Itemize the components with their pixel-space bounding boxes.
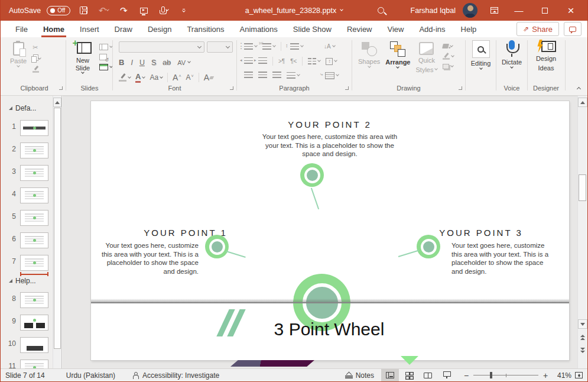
autosave-toggle[interactable]: Off [47,6,70,15]
dictate-button[interactable]: Dictate [498,37,526,68]
tab-animations[interactable]: Animations [232,21,285,37]
section-header-default[interactable]: Defa... [9,104,36,112]
italic-button[interactable]: I [131,59,132,67]
bullets-button[interactable] [244,43,257,50]
point-3-body[interactable]: Your text goes here, customize this area… [451,241,555,276]
language-indicator[interactable]: Urdu (Pakistan) [66,371,115,380]
convert-smartart-button[interactable] [325,72,339,79]
new-slide-button[interactable]: + New Slide [70,39,95,73]
wheel-bottom-green-segment[interactable] [401,356,418,365]
previous-slide-button[interactable] [578,332,587,342]
increase-indent-button[interactable] [258,57,267,65]
thumbnail-scroll-up-button[interactable] [53,98,61,107]
wheel-bottom-purple-segment[interactable] [230,360,314,367]
zoom-slider[interactable] [473,371,538,380]
zoom-in-button[interactable]: + [541,371,550,380]
quick-styles-button[interactable]: Quick Styles [416,40,438,73]
maximize-button[interactable] [532,0,558,21]
rtl-button[interactable]: ¶< [290,58,297,64]
ribbon-display-options-button[interactable] [487,4,501,17]
bold-button[interactable]: B [119,58,124,67]
vertical-scrollbar[interactable] [577,96,587,368]
font-size-combobox[interactable] [207,41,233,53]
strikethrough-button[interactable]: ab [163,59,171,67]
clipboard-dialog-launcher[interactable] [59,86,63,90]
tab-slide-show[interactable]: Slide Show [285,21,339,37]
slide-indicator[interactable]: Slide 7 of 14 [5,371,45,380]
point-2-title[interactable]: YOUR POINT 2 [241,119,418,130]
numbering-button[interactable] [262,43,275,50]
arrange-button[interactable]: Arrange [385,40,410,73]
shapes-button[interactable]: Shapes [358,40,380,73]
user-avatar[interactable] [463,3,477,18]
slide-sorter-view-button[interactable] [400,369,418,382]
slide-editing-surface[interactable]: YOUR POINT 2 Your text goes here, custom… [91,101,569,360]
redo-button[interactable]: ↷ [116,4,131,17]
reset-slide-button[interactable] [99,54,112,60]
slide-thumbnail-7[interactable] [20,255,48,271]
slide-thumbnail-9[interactable] [20,315,48,331]
section-header-help[interactable]: Help... [9,277,36,285]
scroll-up-button[interactable] [578,98,587,107]
next-slide-button[interactable] [578,345,587,355]
text-direction-button[interactable]: ↓A [324,43,335,50]
tab-review[interactable]: Review [339,21,380,37]
user-name[interactable]: Farshad Iqbal [411,7,456,15]
comments-button[interactable] [564,22,581,36]
zoom-out-button[interactable]: − [462,371,471,380]
tab-draw[interactable]: Draw [107,21,140,37]
thumbnail-panel-scrollbar[interactable] [53,96,62,368]
slideshow-view-button[interactable] [438,369,456,382]
shape-effects-button[interactable] [443,64,454,69]
slide-title-text[interactable]: 3 Point Wheel [265,319,393,339]
tab-view[interactable]: View [380,21,412,37]
thumbnail-scrollbar-thumb[interactable] [54,108,61,349]
collapse-ribbon-button[interactable] [577,85,580,92]
align-text-button[interactable]: ↕ [326,58,337,65]
slide-thumbnail-2[interactable] [20,143,48,158]
accessibility-checker[interactable]: Accessibility: Investigate [132,371,219,380]
align-right-button[interactable] [272,72,281,79]
slide-layout-button[interactable] [99,44,112,50]
point-1-title[interactable]: YOUR POINT 1 [115,228,256,238]
scroll-down-button[interactable] [578,319,587,329]
tab-insert[interactable]: Insert [72,21,107,37]
font-color-button[interactable]: A [135,73,145,83]
minimize-button[interactable]: — [506,0,532,21]
shape-outline-button[interactable] [443,53,454,60]
paragraph-dialog-launcher[interactable] [345,86,349,90]
slide-thumbnail-5[interactable] [20,210,48,226]
slide-thumbnail-4[interactable] [20,187,48,203]
search-button[interactable] [374,4,388,17]
point-3-marker[interactable] [417,235,440,258]
drawing-dialog-launcher[interactable] [459,86,462,90]
design-ideas-button[interactable]: Design Ideas [529,37,563,72]
paste-button[interactable]: Paste [10,40,27,73]
section-button[interactable] [99,64,112,70]
slide-thumbnail-3[interactable] [20,165,48,181]
align-center-button[interactable] [258,72,267,79]
fit-slide-to-window-button[interactable] [575,372,583,378]
point-2-marker[interactable] [300,163,324,187]
tab-home[interactable]: Home [35,21,72,37]
tab-help[interactable]: Help [453,21,485,37]
close-button[interactable]: × [558,0,584,21]
tab-file[interactable]: File [8,21,35,37]
font-name-combobox[interactable] [119,41,204,53]
align-left-button[interactable] [244,72,253,79]
text-shadow-button[interactable]: S [151,59,156,67]
zoom-level[interactable]: 41% [550,371,571,380]
point-1-body[interactable]: Your text goes here, customize this area… [95,241,199,276]
zoom-slider-thumb[interactable] [490,372,492,378]
decrease-indent-button[interactable] [244,57,253,65]
line-spacing-button[interactable] [290,43,303,50]
touch-mode-button[interactable] [157,4,171,17]
character-spacing-button[interactable]: AV [177,59,190,66]
tab-design[interactable]: Design [140,21,179,37]
tab-transitions[interactable]: Transitions [179,21,232,37]
notes-button[interactable]: Notes [339,369,380,382]
tab-add-ins[interactable]: Add-ins [411,21,453,37]
save-button[interactable] [76,4,90,17]
point-1-marker[interactable] [205,235,229,258]
share-button[interactable]: ⇗ Share [516,22,559,36]
